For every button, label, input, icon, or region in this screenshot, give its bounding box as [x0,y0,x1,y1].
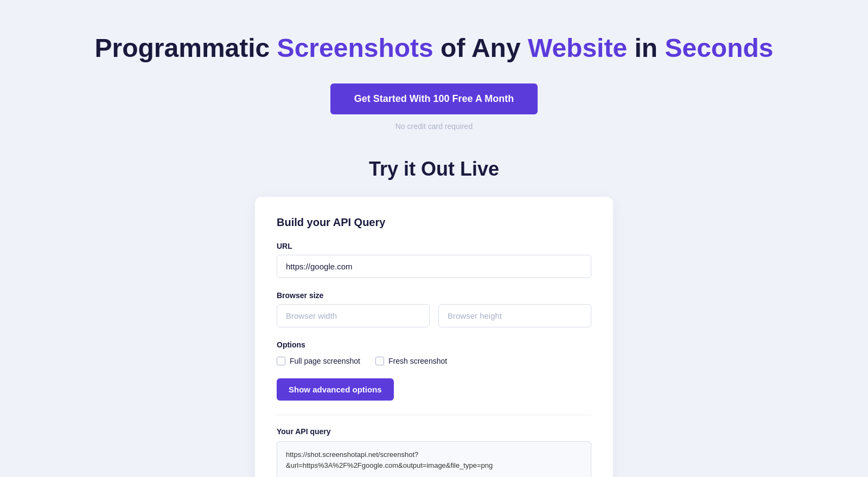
fresh-screenshot-label[interactable]: Fresh screenshot [388,357,447,365]
title-highlight1: Screenshots [277,34,433,62]
full-page-checkbox[interactable] [277,357,285,365]
advanced-options-button[interactable]: Show advanced options [277,378,394,401]
title-highlight2: Website [528,34,627,62]
browser-size-field-group: Browser size [277,291,591,327]
url-input[interactable] [277,255,591,278]
checkbox-row: Full page screenshot Fresh screenshot [277,357,591,365]
try-live-title: Try it Out Live [369,158,499,181]
api-query-label: Your API query [277,427,591,436]
api-query-box: https://shot.screenshotapi.net/screensho… [277,441,591,477]
browser-size-label: Browser size [277,291,591,300]
cta-button[interactable]: Get Started With 100 Free A Month [330,83,538,114]
options-label: Options [277,340,591,349]
full-page-label[interactable]: Full page screenshot [290,357,360,365]
title-suffix: in [627,34,665,62]
api-query-section: Your API query https://shot.screenshotap… [277,415,591,477]
full-page-checkbox-item[interactable]: Full page screenshot [277,357,360,365]
title-highlight3: Seconds [665,34,773,62]
hero-title: Programmatic Screenshots of Any Website … [94,33,773,64]
card-title: Build your API Query [277,216,591,229]
fresh-screenshot-checkbox[interactable] [375,357,384,365]
browser-height-input[interactable] [438,304,591,327]
fresh-screenshot-checkbox-item[interactable]: Fresh screenshot [375,357,447,365]
browser-size-row [277,304,591,327]
page-wrapper: Programmatic Screenshots of Any Website … [0,0,868,477]
title-middle: of Any [433,34,528,62]
browser-width-input[interactable] [277,304,430,327]
url-label: URL [277,242,591,250]
api-card: Build your API Query URL Browser size Op… [255,197,613,477]
title-prefix: Programmatic [94,34,277,62]
url-field-group: URL [277,242,591,278]
no-credit-text: No credit card required [395,122,473,131]
options-field-group: Options Full page screenshot Fresh scree… [277,340,591,365]
